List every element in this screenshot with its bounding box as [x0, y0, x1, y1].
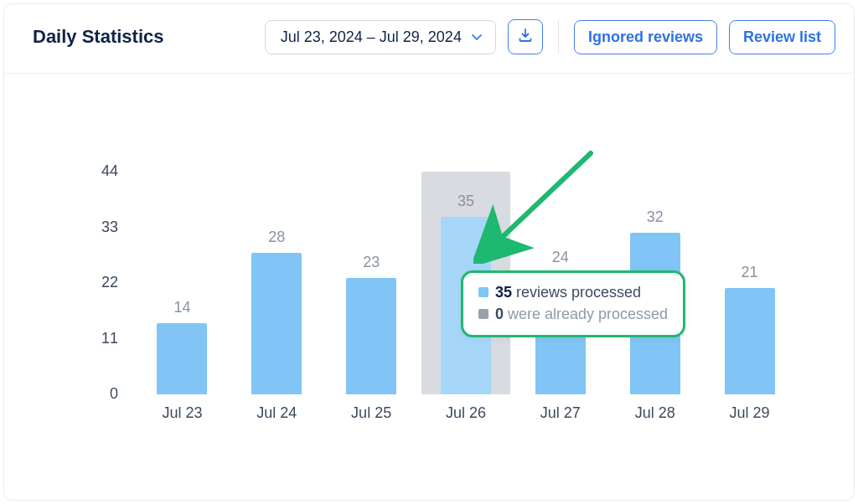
- chart-bar-value: 35: [457, 193, 474, 210]
- chart-bar[interactable]: [725, 288, 775, 394]
- chart-y-tick: 44: [101, 162, 118, 180]
- ignored-reviews-button[interactable]: Ignored reviews: [574, 20, 717, 54]
- chart-x-tick: Jul 28: [635, 404, 675, 422]
- tooltip-row-already: 0 were already processed: [478, 303, 668, 325]
- swatch-processed-icon: [478, 287, 488, 297]
- download-icon: [518, 28, 533, 46]
- page-title: Daily Statistics: [33, 26, 164, 48]
- date-range-text: Jul 23, 2024 – Jul 29, 2024: [281, 28, 462, 46]
- chart-bar-value: 14: [173, 299, 190, 316]
- chart-x-tick: Jul 26: [446, 404, 486, 422]
- chart-bar[interactable]: [251, 253, 302, 394]
- swatch-already-icon: [478, 309, 488, 319]
- divider: [558, 20, 559, 54]
- card-header: Daily Statistics Jul 23, 2024 – Jul 29, …: [4, 4, 854, 74]
- annotation-arrow: [473, 147, 607, 264]
- chart-y-tick: 11: [101, 330, 118, 347]
- chart-bar-value: 32: [647, 208, 664, 226]
- download-button[interactable]: [508, 19, 543, 54]
- svg-line-0: [492, 153, 591, 247]
- chart-bar[interactable]: [157, 323, 207, 394]
- tooltip-already-value: 0: [495, 306, 504, 322]
- chart-bar-rect: [346, 278, 396, 394]
- review-list-button[interactable]: Review list: [729, 20, 835, 54]
- chart-bar-value: 28: [268, 229, 285, 246]
- header-controls: Jul 23, 2024 – Jul 29, 2024 Ignored revi…: [265, 19, 835, 54]
- chart-tooltip: 35 reviews processed 0 were already proc…: [461, 270, 685, 337]
- date-range-picker[interactable]: Jul 23, 2024 – Jul 29, 2024: [265, 20, 496, 54]
- stats-card: Daily Statistics Jul 23, 2024 – Jul 29, …: [3, 3, 855, 501]
- tooltip-processed-value: 35: [495, 284, 512, 301]
- chart-x-tick: Jul 24: [256, 404, 297, 422]
- chart-bar-rect: [251, 253, 302, 394]
- chart-bar[interactable]: [346, 278, 396, 394]
- chart-y-tick: 33: [101, 219, 118, 236]
- chart-bar-value: 23: [363, 254, 380, 271]
- tooltip-row-processed: 35 reviews processed: [478, 281, 668, 303]
- chart-bar-rect: [725, 288, 775, 394]
- chart-y-tick: 22: [101, 274, 118, 291]
- chart-y-tick: 0: [110, 385, 118, 403]
- chart-area: 14282335243221 35 reviews processed 0 we…: [4, 80, 854, 500]
- chart-bar-rect: [157, 323, 207, 394]
- chart-x-tick: Jul 29: [730, 404, 770, 422]
- tooltip-already-label: were already processed: [504, 306, 668, 322]
- chevron-down-icon: [470, 30, 483, 44]
- chart-x-tick: Jul 25: [351, 404, 391, 422]
- chart-x-tick: Jul 27: [540, 404, 581, 422]
- tooltip-processed-label: reviews processed: [512, 284, 641, 301]
- chart-bar-value: 21: [742, 264, 758, 281]
- chart-x-tick: Jul 23: [162, 404, 202, 422]
